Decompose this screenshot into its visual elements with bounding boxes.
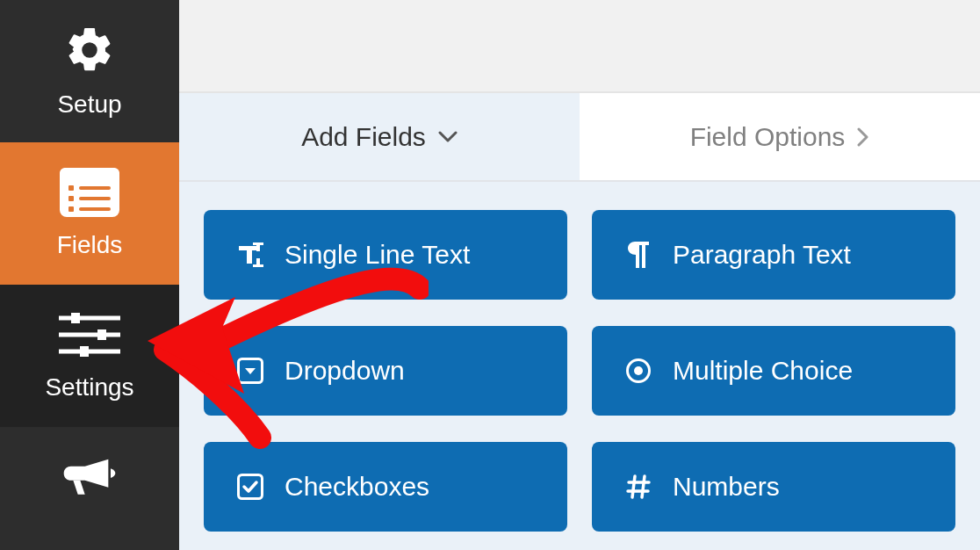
svg-rect-3 xyxy=(79,186,111,190)
svg-rect-2 xyxy=(68,185,74,191)
svg-rect-9 xyxy=(71,313,80,323)
svg-point-22 xyxy=(634,366,643,375)
chevron-down-icon xyxy=(438,131,458,143)
field-multiple-choice[interactable]: Multiple Choice xyxy=(592,326,955,416)
svg-rect-1 xyxy=(60,168,119,178)
fields-grid: Single Line Text Paragraph Text Dropdown xyxy=(179,182,980,550)
svg-rect-5 xyxy=(79,197,111,200)
bullhorn-icon xyxy=(61,453,118,503)
field-label: Checkboxes xyxy=(285,472,429,502)
field-dropdown[interactable]: Dropdown xyxy=(204,326,567,416)
svg-rect-23 xyxy=(239,475,263,499)
sliders-icon xyxy=(59,311,120,359)
tab-add-fields[interactable]: Add Fields xyxy=(179,93,580,180)
field-label: Numbers xyxy=(673,472,780,502)
caret-square-down-icon xyxy=(235,358,265,384)
svg-rect-18 xyxy=(253,242,263,245)
field-label: Paragraph Text xyxy=(673,240,851,270)
svg-line-24 xyxy=(632,476,635,497)
list-icon xyxy=(60,168,119,217)
tab-field-options[interactable]: Field Options xyxy=(580,93,980,180)
field-label: Single Line Text xyxy=(285,240,470,270)
pilcrow-icon xyxy=(623,242,653,268)
check-square-icon xyxy=(235,474,265,500)
field-label: Multiple Choice xyxy=(673,356,853,386)
text-cursor-icon xyxy=(235,242,265,267)
sidebar-item-setup[interactable]: Setup xyxy=(0,0,179,142)
sidebar-item-fields[interactable]: Fields xyxy=(0,142,179,285)
sidebar-item-label: Setup xyxy=(57,90,121,119)
sidebar-item-label: Settings xyxy=(45,373,133,402)
svg-line-25 xyxy=(642,476,645,497)
svg-rect-11 xyxy=(97,329,106,340)
sidebar: Setup Fields xyxy=(0,0,179,550)
gear-icon xyxy=(63,24,116,76)
main-content: Add Fields Field Options xyxy=(179,0,980,550)
header-spacer xyxy=(179,0,980,93)
svg-rect-19 xyxy=(253,264,263,267)
sidebar-item-label: Fields xyxy=(57,231,123,259)
hash-icon xyxy=(623,474,653,499)
svg-rect-15 xyxy=(247,246,252,264)
field-paragraph-text[interactable]: Paragraph Text xyxy=(592,210,955,300)
field-numbers[interactable]: Numbers xyxy=(592,442,955,532)
chevron-right-icon xyxy=(857,127,869,147)
svg-rect-13 xyxy=(80,346,89,357)
svg-rect-4 xyxy=(68,196,74,201)
panel-tabs: Add Fields Field Options xyxy=(179,93,980,182)
tab-label: Field Options xyxy=(690,122,846,152)
sidebar-item-settings[interactable]: Settings xyxy=(0,285,179,427)
tab-label: Add Fields xyxy=(301,122,426,152)
sidebar-item-marketing[interactable] xyxy=(0,427,179,550)
svg-rect-6 xyxy=(68,206,74,212)
field-label: Dropdown xyxy=(285,356,405,386)
svg-rect-7 xyxy=(79,207,111,211)
field-single-line-text[interactable]: Single Line Text xyxy=(204,210,567,300)
field-checkboxes[interactable]: Checkboxes xyxy=(204,442,567,532)
radio-icon xyxy=(623,358,653,384)
